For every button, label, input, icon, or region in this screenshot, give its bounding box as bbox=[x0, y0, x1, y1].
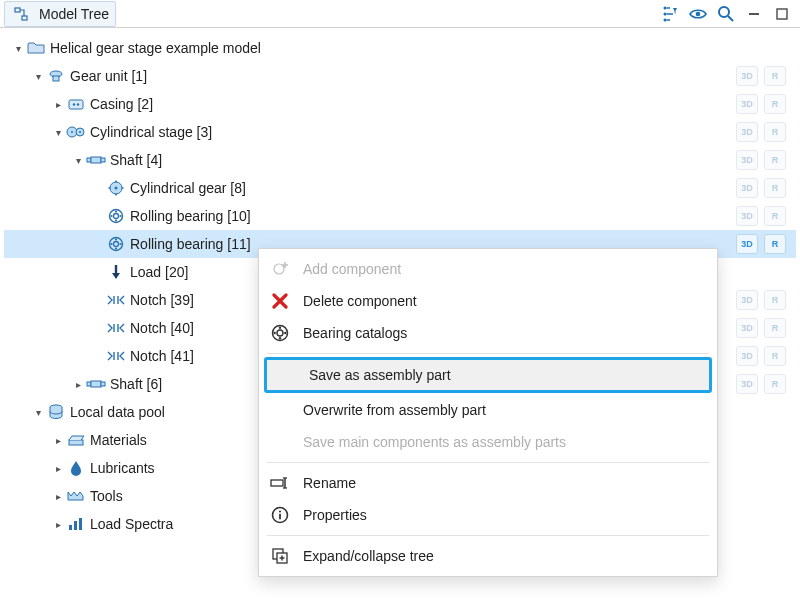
ctx-expand-collapse-tree[interactable]: Expand/collapse tree bbox=[259, 540, 717, 572]
svg-point-14 bbox=[77, 103, 79, 105]
row-badges: 3D R bbox=[736, 66, 786, 86]
bearing-icon bbox=[106, 206, 126, 226]
chevron-right-icon[interactable]: ▸ bbox=[50, 488, 66, 504]
chevron-right-icon[interactable]: ▸ bbox=[50, 516, 66, 532]
tree-label: Rolling bearing [11] bbox=[130, 236, 251, 252]
tree-label: Cylindrical stage [3] bbox=[90, 124, 212, 140]
svg-rect-47 bbox=[74, 521, 77, 530]
badge-3d[interactable]: 3D bbox=[736, 374, 758, 394]
chevron-down-icon[interactable]: ▾ bbox=[10, 40, 26, 56]
badge-report[interactable]: R bbox=[764, 178, 786, 198]
svg-rect-9 bbox=[777, 9, 787, 19]
shaft-icon bbox=[86, 150, 106, 170]
tree-label: Load Spectra bbox=[90, 516, 173, 532]
badge-report[interactable]: R bbox=[764, 290, 786, 310]
notch-icon bbox=[106, 346, 126, 366]
chevron-down-icon[interactable]: ▾ bbox=[30, 404, 46, 420]
badge-report[interactable]: R bbox=[764, 150, 786, 170]
tree-label: Helical gear stage example model bbox=[50, 40, 261, 56]
panel-title-label: Model Tree bbox=[39, 6, 109, 22]
ctx-bearing-catalogs[interactable]: Bearing catalogs bbox=[259, 317, 717, 349]
tree-label: Local data pool bbox=[70, 404, 165, 420]
badge-3d[interactable]: 3D bbox=[736, 150, 758, 170]
chevron-down-icon[interactable]: ▾ bbox=[30, 68, 46, 84]
ctx-delete-component[interactable]: Delete component bbox=[259, 285, 717, 317]
badge-3d[interactable]: 3D bbox=[736, 206, 758, 226]
panel-title-tab[interactable]: Model Tree bbox=[4, 1, 116, 27]
ctx-label: Save as assembly part bbox=[309, 367, 451, 383]
bearing-icon bbox=[269, 322, 291, 344]
svg-rect-45 bbox=[69, 440, 83, 445]
svg-point-2 bbox=[664, 6, 667, 9]
badge-report[interactable]: R bbox=[764, 346, 786, 366]
visibility-eye-icon[interactable] bbox=[688, 4, 708, 24]
badge-report[interactable]: R bbox=[764, 374, 786, 394]
blank-icon bbox=[269, 431, 291, 453]
badge-3d[interactable]: 3D bbox=[736, 290, 758, 310]
tree-row-cylindrical-stage[interactable]: ▾ Cylindrical stage [3] 3D R bbox=[4, 118, 796, 146]
svg-point-4 bbox=[664, 18, 667, 21]
gear-stage-icon bbox=[66, 122, 86, 142]
svg-rect-8 bbox=[749, 13, 759, 15]
gear-unit-icon bbox=[46, 66, 66, 86]
badge-report[interactable]: R bbox=[764, 122, 786, 142]
badge-report[interactable]: R bbox=[764, 318, 786, 338]
badge-3d[interactable]: 3D bbox=[736, 234, 758, 254]
database-icon bbox=[46, 402, 66, 422]
badge-3d[interactable]: 3D bbox=[736, 346, 758, 366]
minimize-icon[interactable] bbox=[744, 4, 764, 24]
tree-row-gear-unit[interactable]: ▾ Gear unit [1] 3D R bbox=[4, 62, 796, 90]
ctx-overwrite-from-assembly-part[interactable]: Overwrite from assembly part bbox=[259, 394, 717, 426]
ctx-label: Bearing catalogs bbox=[303, 325, 407, 341]
svg-rect-64 bbox=[279, 514, 281, 520]
tree-label: Shaft [4] bbox=[110, 152, 162, 168]
svg-rect-21 bbox=[101, 158, 105, 162]
svg-rect-46 bbox=[69, 525, 72, 530]
ctx-rename[interactable]: Rename bbox=[259, 467, 717, 499]
ctx-label: Delete component bbox=[303, 293, 417, 309]
ctx-separator bbox=[267, 353, 709, 354]
badge-report[interactable]: R bbox=[764, 94, 786, 114]
gear-icon bbox=[106, 178, 126, 198]
svg-rect-0 bbox=[15, 8, 20, 12]
svg-point-23 bbox=[115, 187, 118, 190]
ctx-save-as-assembly-part[interactable]: Save as assembly part bbox=[265, 358, 711, 392]
badge-report[interactable]: R bbox=[764, 66, 786, 86]
expand-collapse-icon bbox=[269, 545, 291, 567]
tree-icon bbox=[11, 4, 31, 24]
filter-tree-icon[interactable] bbox=[660, 4, 680, 24]
chevron-right-icon[interactable]: ▸ bbox=[70, 376, 86, 392]
tree-label: Notch [39] bbox=[130, 292, 194, 308]
tree-label: Materials bbox=[90, 432, 147, 448]
svg-rect-19 bbox=[87, 158, 91, 162]
svg-line-7 bbox=[728, 16, 733, 21]
badge-3d[interactable]: 3D bbox=[736, 66, 758, 86]
ctx-label: Properties bbox=[303, 507, 367, 523]
search-icon[interactable] bbox=[716, 4, 736, 24]
badge-report[interactable]: R bbox=[764, 206, 786, 226]
add-component-icon bbox=[269, 258, 291, 280]
tree-row-shaft-4[interactable]: ▾ Shaft [4] 3D R bbox=[4, 146, 796, 174]
chevron-down-icon[interactable]: ▾ bbox=[70, 152, 86, 168]
chevron-right-icon[interactable]: ▸ bbox=[50, 96, 66, 112]
badge-3d[interactable]: 3D bbox=[736, 94, 758, 114]
badge-report[interactable]: R bbox=[764, 234, 786, 254]
row-badges: 3D R bbox=[736, 150, 786, 170]
tree-row-root[interactable]: ▾ Helical gear stage example model bbox=[4, 34, 796, 62]
ctx-properties[interactable]: Properties bbox=[259, 499, 717, 531]
badge-3d[interactable]: 3D bbox=[736, 178, 758, 198]
droplet-icon bbox=[66, 458, 86, 478]
badge-3d[interactable]: 3D bbox=[736, 318, 758, 338]
chevron-right-icon[interactable]: ▸ bbox=[50, 432, 66, 448]
ctx-label: Add component bbox=[303, 261, 401, 277]
chevron-right-icon[interactable]: ▸ bbox=[50, 460, 66, 476]
tree-row-cylindrical-gear-8[interactable]: Cylindrical gear [8] 3D R bbox=[4, 174, 796, 202]
tree-row-casing[interactable]: ▸ Casing [2] 3D R bbox=[4, 90, 796, 118]
badge-3d[interactable]: 3D bbox=[736, 122, 758, 142]
svg-point-55 bbox=[279, 337, 281, 339]
maximize-icon[interactable] bbox=[772, 4, 792, 24]
chevron-down-icon[interactable]: ▾ bbox=[50, 124, 66, 140]
tree-label: Notch [40] bbox=[130, 320, 194, 336]
tree-row-rolling-bearing-10[interactable]: Rolling bearing [10] 3D R bbox=[4, 202, 796, 230]
tree-label: Gear unit [1] bbox=[70, 68, 147, 84]
